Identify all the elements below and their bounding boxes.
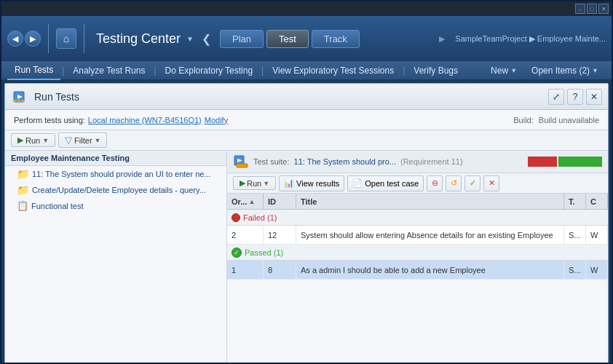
window-chrome-bar: – □ ✕: [1, 1, 612, 16]
app-title: Testing Center: [96, 31, 181, 47]
menu-open-items-button[interactable]: Open Items (2) ▼: [524, 61, 606, 80]
sort-arrow: ▲: [248, 198, 255, 205]
suite-requirement: (Requirement 11): [400, 157, 463, 166]
tree-item-functional-test[interactable]: 📋 Functional test: [5, 198, 226, 213]
th-id[interactable]: ID: [264, 194, 296, 210]
window-minimize-button[interactable]: –: [575, 4, 585, 14]
open-test-case-btn[interactable]: 📄 Open test case: [347, 175, 424, 191]
td-c-0: W: [586, 226, 608, 245]
td-t-0: S...: [564, 226, 586, 245]
tree-item-1[interactable]: 📁 Create/Update/Delete Employee details …: [5, 182, 226, 198]
window-close-button[interactable]: ✕: [598, 4, 609, 14]
td-title-0: System should allow entering Absence det…: [296, 226, 564, 245]
run-toolbar-button[interactable]: ▶ Run ▼: [11, 133, 55, 147]
breadcrumb-arrow: ▶: [439, 34, 445, 44]
remove-btn[interactable]: ⊖: [427, 175, 443, 191]
menu-bar: Run Tests | Analyze Test Runs | Do Explo…: [1, 61, 612, 80]
window-actions: ⤢ ? ✕: [548, 89, 602, 105]
svg-rect-6: [237, 164, 248, 167]
split-layout: Employee Maintenance Testing 📁 11: The S…: [5, 151, 608, 364]
window-maximize-button[interactable]: □: [587, 4, 597, 14]
suite-icon: [233, 154, 249, 170]
nav-chevron-left[interactable]: ❮: [198, 24, 215, 53]
back-button[interactable]: ◀: [7, 31, 23, 47]
left-panel: Employee Maintenance Testing 📁 11: The S…: [5, 151, 227, 364]
app-title-dropdown[interactable]: ▼: [186, 35, 194, 43]
app-window: – □ ✕ ◀ ▶ ⌂ Testing Center ▼ ❮ Plan Test…: [0, 0, 613, 364]
window-help-button[interactable]: ?: [567, 89, 583, 105]
menu-verify-bugs[interactable]: Verify Bugs: [406, 61, 465, 80]
folder-icon-0: 📁: [17, 168, 29, 180]
plan-button[interactable]: Plan: [220, 30, 264, 48]
window-titlebar: Run Tests ⤢ ? ✕: [5, 84, 608, 110]
td-order-p0: 1: [227, 261, 264, 280]
breadcrumb-path: SampleTeamProject ▶ Employee Mainte...: [455, 34, 606, 44]
pass-btn[interactable]: ✓: [464, 175, 480, 191]
suite-progress: [528, 157, 602, 167]
passed-label: Passed (1): [245, 248, 283, 257]
perform-label: Perform tests using:: [14, 116, 85, 124]
group-failed[interactable]: Failed (1): [227, 210, 608, 226]
passed-icon: ✓: [232, 248, 242, 258]
nav-buttons: ◀ ▶: [7, 31, 41, 47]
folder-icon-1: 📁: [17, 184, 29, 196]
td-id-0: 12: [264, 226, 296, 245]
fail-btn[interactable]: ✕: [483, 175, 499, 191]
test-table: Or... ▲ ID Title T. C: [227, 194, 608, 364]
suite-name: 11: The System should pro...: [294, 157, 396, 166]
machine-link[interactable]: Local machine (WN7-B4516Q1): [88, 116, 202, 124]
menu-do-exploratory-testing[interactable]: Do Exploratory Testing: [158, 61, 261, 80]
group-passed[interactable]: ✓ Passed (1): [227, 245, 608, 261]
modify-link[interactable]: Modify: [205, 116, 228, 124]
suite-label-prefix: Test suite:: [253, 157, 290, 166]
play-icon: ▶: [240, 178, 245, 188]
left-panel-title: Employee Maintenance Testing: [5, 151, 226, 166]
refresh-btn[interactable]: ↺: [446, 175, 462, 191]
open-test-case-icon: 📄: [352, 178, 363, 188]
forward-button[interactable]: ▶: [25, 31, 41, 47]
test-button[interactable]: Test: [266, 30, 309, 48]
view-results-icon: 📊: [284, 178, 294, 188]
right-panel: Test suite: 11: The System should pro...…: [227, 151, 608, 364]
run-split-arrow: ▼: [263, 180, 269, 187]
title-bar: ◀ ▶ ⌂ Testing Center ▼ ❮ Plan Test Track…: [1, 16, 612, 61]
th-title[interactable]: Title: [296, 194, 564, 210]
breadcrumb-area: Plan Test Track: [220, 30, 435, 48]
td-order-0: 2: [227, 226, 264, 245]
table-row-passed-0[interactable]: 1 8 As a admin I should be able to add a…: [227, 261, 608, 280]
open-items-dropdown-arrow: ▼: [592, 67, 598, 74]
menu-analyze-test-runs[interactable]: Analyze Test Runs: [66, 61, 152, 80]
view-results-btn[interactable]: 📊 View results: [279, 175, 344, 191]
menu-run-tests[interactable]: Run Tests: [7, 61, 60, 80]
run-split-button[interactable]: ▶ Run ▼: [233, 176, 276, 190]
window-close-button2[interactable]: ✕: [586, 89, 602, 105]
td-id-p0: 8: [264, 261, 296, 280]
td-title-p0: As a admin I should be able to add a new…: [296, 261, 564, 280]
track-button[interactable]: Track: [312, 30, 360, 48]
title-divider2: [84, 24, 84, 53]
tree-item-0[interactable]: 📁 11: The System should provide an UI to…: [5, 166, 226, 182]
tree-items: 📁 11: The System should provide an UI to…: [5, 166, 226, 364]
home-button[interactable]: ⌂: [56, 28, 76, 49]
th-t[interactable]: T.: [564, 194, 586, 210]
list-icon-2: 📋: [17, 200, 28, 211]
window-expand-button[interactable]: ⤢: [548, 89, 564, 105]
menu-new-button[interactable]: New ▼: [483, 61, 524, 80]
td-t-p0: S...: [564, 261, 586, 280]
filter-toolbar-button[interactable]: ▽ Filter ▼: [58, 132, 107, 148]
build-bar: Perform tests using: Local machine (WN7-…: [5, 110, 608, 130]
table-header: Or... ▲ ID Title T. C: [227, 194, 608, 210]
failed-icon: [232, 213, 240, 222]
main-content: Run Tests ⤢ ? ✕ Perform tests using: Loc…: [4, 83, 609, 364]
build-status: Build: Build unavailable: [513, 116, 599, 124]
title-divider: [48, 24, 49, 53]
run-dropdown-arrow: ▼: [42, 137, 49, 144]
filter-dropdown-arrow: ▼: [95, 137, 101, 144]
th-c[interactable]: C: [586, 194, 608, 210]
th-order[interactable]: Or... ▲: [227, 194, 264, 210]
table-row-failed-0[interactable]: 2 12 System should allow entering Absenc…: [227, 226, 608, 245]
failed-label: Failed (1): [243, 213, 277, 222]
svg-rect-3: [17, 100, 20, 102]
run-toolbar: ▶ Run ▼ 📊 View results 📄 Open test case …: [227, 173, 608, 194]
menu-view-exploratory-sessions[interactable]: View Exploratory Test Sessions: [265, 61, 401, 80]
